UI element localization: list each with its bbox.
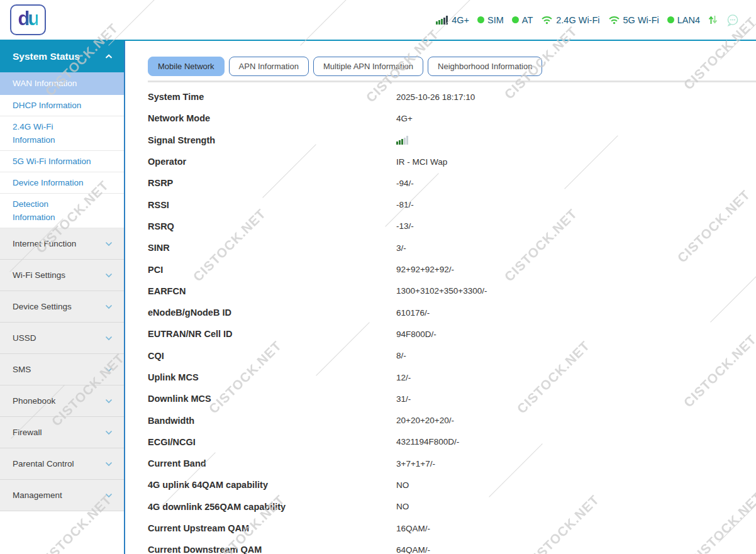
table-row-signal-strength: Signal Strength <box>148 130 756 151</box>
info-value <box>396 135 409 145</box>
info-value: NO <box>396 502 409 511</box>
sidebar-section-phonebook[interactable]: Phonebook <box>0 385 124 417</box>
status-lan4: LAN4 <box>667 15 700 25</box>
info-label: eNodeB/gNodeB ID <box>148 307 396 318</box>
tab-neighborhood-information[interactable]: Neighborhood Information <box>428 57 542 76</box>
status-2-4g-wi-fi: 2.4G Wi-Fi <box>541 15 599 25</box>
green-dot-icon <box>512 16 519 23</box>
info-label: EUTRAN/NR Cell ID <box>148 329 396 339</box>
info-label: Network Mode <box>148 113 396 123</box>
wifi-icon <box>608 15 620 25</box>
chevron-down-icon <box>105 336 113 341</box>
info-value: 1300+3102+350+3300/- <box>396 286 487 296</box>
info-label: 4G downlink 256QAM capability <box>148 502 396 512</box>
info-value: NO <box>396 480 409 490</box>
chat-bubble-icon <box>726 14 740 26</box>
table-row-network-mode: Network Mode4G+ <box>148 108 756 129</box>
table-row-operator: OperatorIR - MCI Wap <box>148 151 756 172</box>
status-5g-wi-fi: 5G Wi-Fi <box>608 15 659 25</box>
table-row-rsrp: RSRP-94/- <box>148 172 756 194</box>
info-label: SINR <box>148 243 396 253</box>
info-value: -94/- <box>396 179 414 188</box>
chevron-down-icon <box>105 241 113 247</box>
sidebar-item-wan-information[interactable]: WAN Information <box>0 72 124 95</box>
info-label: Current Upstream QAM <box>148 523 396 533</box>
status-updown-arrows <box>708 14 718 25</box>
info-label: CQI <box>148 351 396 361</box>
chevron-up-icon <box>105 54 113 59</box>
tab-apn-information[interactable]: APN Information <box>229 57 309 76</box>
info-label: RSRQ <box>148 221 396 231</box>
info-value: 64QAM/- <box>396 545 430 554</box>
sidebar-sections: Internet FunctionWi-Fi SettingsDevice Se… <box>0 228 124 511</box>
info-value: IR - MCI Wap <box>396 157 447 167</box>
table-row-downlink-mcs: Downlink MCS31/- <box>148 388 756 409</box>
table-row-rssi: RSSI-81/- <box>148 194 756 215</box>
sidebar-section-system-status[interactable]: System Status <box>0 41 124 72</box>
info-value: 31/- <box>396 394 411 404</box>
info-value: 94F800D/- <box>396 330 436 339</box>
info-value: 4G+ <box>396 114 413 123</box>
info-label: RSSI <box>148 200 396 210</box>
table-row-4g-downlink-256qam-capability: 4G downlink 256QAM capabilityNO <box>148 496 756 518</box>
tab-mobile-network[interactable]: Mobile Network <box>148 57 225 76</box>
sidebar-item-5g-wi-fi-information[interactable]: 5G Wi-Fi Information <box>0 151 124 172</box>
sidebar-section-label: Management <box>13 490 62 500</box>
main-content: Mobile NetworkAPN InformationMultiple AP… <box>125 41 756 554</box>
sidebar-subnav: WAN InformationDHCP Information2.4G Wi-F… <box>0 72 124 228</box>
status-chat-bubble[interactable] <box>726 14 740 26</box>
sidebar-section-label: Phonebook <box>13 396 55 406</box>
sidebar-item-device-information[interactable]: Device Information <box>0 172 124 194</box>
tab-divider <box>148 80 756 82</box>
sidebar-section-management[interactable]: Management <box>0 480 124 511</box>
sidebar-section-firewall[interactable]: Firewall <box>0 417 124 448</box>
chevron-down-icon <box>105 304 113 309</box>
info-value: 3/- <box>396 243 406 253</box>
status-label: AT <box>522 15 533 25</box>
status-label: 2.4G Wi-Fi <box>556 15 599 25</box>
info-value: 20+20+20+20/- <box>396 416 454 425</box>
sidebar-section-wi-fi-settings[interactable]: Wi-Fi Settings <box>0 260 124 291</box>
sidebar-section-label: Device Settings <box>13 302 72 311</box>
chevron-down-icon <box>105 399 113 404</box>
sidebar-section-parental-control[interactable]: Parental Control <box>0 448 124 480</box>
sidebar-section-label: Wi-Fi Settings <box>13 270 65 280</box>
info-label: 4G uplink 64QAM capability <box>148 480 396 490</box>
table-row-ecgi-ncgi: ECGI/NCGI4321194F800D/- <box>148 431 756 453</box>
wifi-icon <box>541 15 553 25</box>
sidebar-section-label: Firewall <box>13 428 42 437</box>
info-label: Operator <box>148 157 396 167</box>
sidebar-section-label: Internet Function <box>13 239 76 248</box>
table-row-sinr: SINR3/- <box>148 237 756 258</box>
sidebar-section-sms[interactable]: SMS <box>0 354 124 385</box>
sidebar-section-internet-function[interactable]: Internet Function <box>0 228 124 260</box>
green-dot-icon <box>477 16 484 23</box>
status-4g: 4G+ <box>436 15 469 25</box>
tab-bar: Mobile NetworkAPN InformationMultiple AP… <box>148 57 756 76</box>
signal-bars-partial-icon <box>396 135 409 145</box>
sidebar-item-dhcp-information[interactable]: DHCP Information <box>0 95 124 116</box>
info-value: 3+7+1+7/- <box>396 459 435 468</box>
green-dot-icon <box>667 16 674 23</box>
info-value: 610176/- <box>396 308 430 318</box>
sidebar: System Status WAN InformationDHCP Inform… <box>0 41 125 554</box>
sidebar-section-device-settings[interactable]: Device Settings <box>0 291 124 323</box>
info-value: -81/- <box>396 200 414 209</box>
tab-multiple-apn-information[interactable]: Multiple APN Information <box>313 57 423 76</box>
info-table: System Time2025-10-26 18:17:10Network Mo… <box>148 86 756 554</box>
status-sim: SIM <box>477 15 504 25</box>
info-label: ECGI/NCGI <box>148 437 396 447</box>
info-value: 4321194F800D/- <box>396 437 459 446</box>
info-label: RSRP <box>148 178 396 188</box>
sidebar-section-label: SMS <box>13 365 31 374</box>
sidebar-section-ussd[interactable]: USSD <box>0 323 124 354</box>
sidebar-item-2-4g-wi-fi-information[interactable]: 2.4G Wi-Fi Information <box>0 116 124 151</box>
info-label: Current Downstream QAM <box>148 545 396 554</box>
info-value: 12/- <box>396 373 411 382</box>
chevron-down-icon <box>105 273 113 278</box>
sidebar-section-label: USSD <box>13 333 36 343</box>
status-indicator-bar: 4G+SIMAT2.4G Wi-Fi5G Wi-FiLAN4 <box>436 14 740 26</box>
info-label: System Time <box>148 92 396 102</box>
sidebar-item-detection-information[interactable]: Detection Information <box>0 194 124 228</box>
table-row-current-upstream-qam: Current Upstream QAM16QAM/- <box>148 518 756 539</box>
